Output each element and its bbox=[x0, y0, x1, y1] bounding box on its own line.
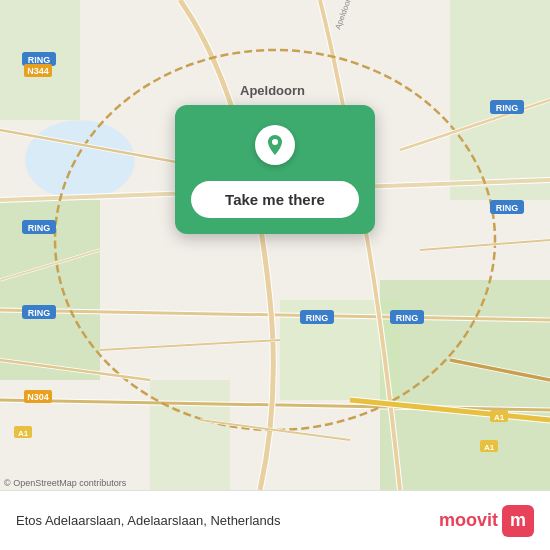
svg-text:RING: RING bbox=[496, 203, 519, 213]
location-card: Take me there bbox=[175, 105, 375, 234]
pin-icon bbox=[255, 125, 295, 165]
svg-point-58 bbox=[272, 139, 278, 145]
svg-text:N304: N304 bbox=[27, 392, 49, 402]
map-copyright: © OpenStreetMap contributors bbox=[4, 478, 126, 488]
svg-text:A1: A1 bbox=[494, 413, 505, 422]
svg-text:N344: N344 bbox=[27, 66, 49, 76]
moovit-logo-text: moovit bbox=[439, 510, 498, 531]
svg-text:RING: RING bbox=[306, 313, 329, 323]
svg-text:RING: RING bbox=[396, 313, 419, 323]
moovit-logo: moovit m bbox=[439, 505, 534, 537]
take-me-there-button[interactable]: Take me there bbox=[191, 181, 359, 218]
location-info: Etos Adelaarslaan, Adelaarslaan, Netherl… bbox=[16, 513, 281, 528]
svg-rect-6 bbox=[150, 380, 230, 490]
svg-text:A1: A1 bbox=[484, 443, 495, 452]
svg-point-7 bbox=[25, 120, 135, 200]
footer: Etos Adelaarslaan, Adelaarslaan, Netherl… bbox=[0, 490, 550, 550]
svg-text:RING: RING bbox=[28, 223, 51, 233]
svg-text:RING: RING bbox=[496, 103, 519, 113]
svg-text:RING: RING bbox=[28, 55, 51, 65]
location-text: Etos Adelaarslaan, Adelaarslaan, Netherl… bbox=[16, 513, 281, 528]
city-label: Apeldoorn bbox=[240, 83, 305, 98]
map-container: Apeldoorn RING RING RING RING RING RING … bbox=[0, 0, 550, 490]
moovit-icon: m bbox=[502, 505, 534, 537]
svg-text:RING: RING bbox=[28, 308, 51, 318]
svg-text:A1: A1 bbox=[18, 429, 29, 438]
map-svg: Apeldoorn RING RING RING RING RING RING … bbox=[0, 0, 550, 490]
